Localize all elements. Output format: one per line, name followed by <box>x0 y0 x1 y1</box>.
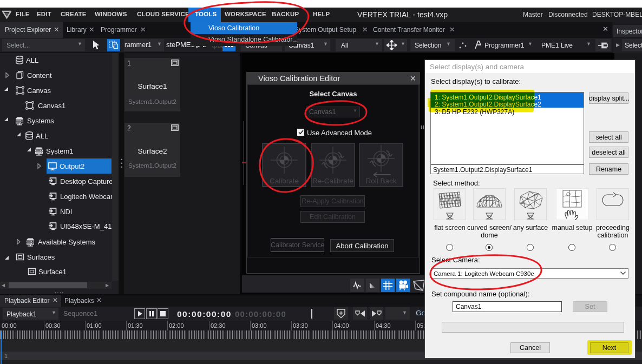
svg-text:Roll Back: Roll Back <box>365 177 396 185</box>
svg-text:Re-Calibrate: Re-Calibrate <box>312 177 353 185</box>
svg-text:Calibrate: Calibrate <box>270 177 299 185</box>
